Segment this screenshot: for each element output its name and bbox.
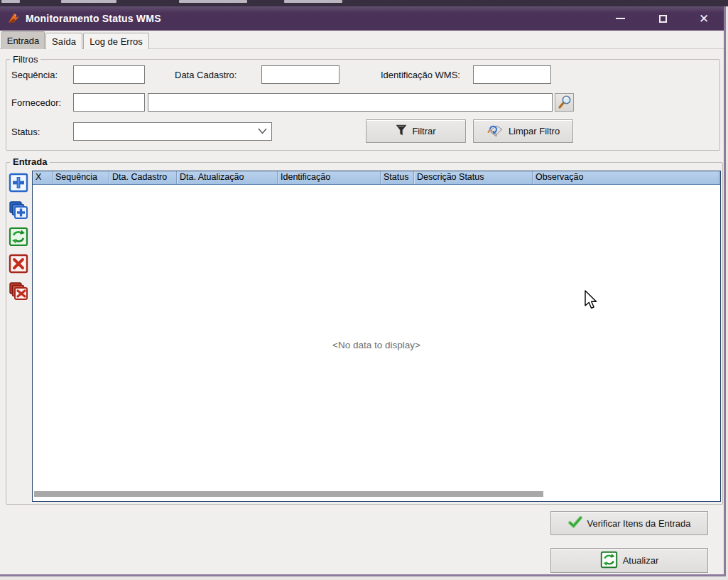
add-row-button[interactable] <box>8 173 29 194</box>
status-label: Status: <box>11 127 40 137</box>
background-window-strip <box>0 0 728 6</box>
clipped-menu-fragment <box>1 0 20 3</box>
filters-group-label: Filtros <box>10 54 40 65</box>
recycle-icon <box>600 551 618 571</box>
limpar-filtro-button[interactable]: Limpar Filtro <box>473 119 573 143</box>
identificacao-wms-label: Identificação WMS: <box>381 70 460 80</box>
column-header-x[interactable]: X <box>33 171 53 184</box>
column-header-identifica-o[interactable]: Identificação <box>278 171 381 184</box>
tab-label: Log de Erros <box>89 36 142 47</box>
add-multiple-icon <box>9 200 28 222</box>
close-icon: ✕ <box>699 13 709 25</box>
tab-label: Entrada <box>7 36 40 46</box>
fornecedor-label: Fornecedor: <box>11 97 61 108</box>
delete-row-button[interactable] <box>8 254 29 275</box>
app-window: Monitoramento Status WMS ✕ Entrada Saída… <box>0 0 728 580</box>
window-border-right <box>724 6 726 576</box>
titlebar[interactable]: Monitoramento Status WMS ✕ <box>0 6 726 31</box>
status-select-value <box>74 123 271 127</box>
verificar-itens-button[interactable]: Verificar Itens da Entrada <box>550 511 708 535</box>
limpar-filtro-button-label: Limpar Filtro <box>509 126 560 136</box>
refresh-rows-button[interactable] <box>8 227 29 248</box>
minimize-icon <box>616 18 625 19</box>
clipped-menu-fragment <box>61 0 116 3</box>
filtrar-button-label: Filtrar <box>412 126 435 136</box>
horizontal-scrollbar-thumb[interactable] <box>34 491 543 497</box>
window-border-bottom <box>0 574 726 576</box>
funnel-icon <box>396 124 407 139</box>
magnifier-icon <box>558 95 572 111</box>
tab-saida[interactable]: Saída <box>45 33 82 49</box>
filtrar-button[interactable]: Filtrar <box>366 119 466 143</box>
delete-multiple-icon <box>9 281 28 303</box>
add-multiple-rows-button[interactable] <box>8 200 29 221</box>
green-check-icon <box>568 516 582 530</box>
minimize-button[interactable] <box>609 8 631 29</box>
clipped-menu-fragment <box>284 0 342 3</box>
grid-header: XSequênciaDta. CadastroDta. AtualizaçãoI… <box>33 171 720 185</box>
data-cadastro-input[interactable] <box>261 65 339 84</box>
column-header-sequ-ncia[interactable]: Sequência <box>53 171 109 184</box>
fornecedor-nome-input[interactable] <box>148 93 553 112</box>
sequencia-label: Sequência: <box>11 70 58 80</box>
verificar-itens-button-label: Verificar Itens da Entrada <box>587 518 691 529</box>
fornecedor-search-button[interactable] <box>555 93 574 112</box>
data-cadastro-label: Data Cadastro: <box>175 70 237 80</box>
entrada-grid: XSequênciaDta. CadastroDta. AtualizaçãoI… <box>32 171 721 502</box>
add-icon <box>9 173 28 195</box>
tab-entrada[interactable]: Entrada <box>1 31 45 49</box>
tab-label: Saída <box>52 36 76 47</box>
column-header-dta-cadastro[interactable]: Dta. Cadastro <box>109 171 177 184</box>
identificacao-wms-input[interactable] <box>473 65 551 84</box>
column-header-status[interactable]: Status <box>381 171 414 184</box>
delete-icon <box>9 254 28 276</box>
entrada-group-label: Entrada <box>10 156 50 167</box>
maximize-icon <box>659 15 667 23</box>
column-header-observa-o[interactable]: Observação <box>533 171 719 184</box>
atualizar-button[interactable]: Atualizar <box>550 548 708 573</box>
atualizar-button-label: Atualizar <box>623 555 659 566</box>
refresh-icon <box>9 227 28 249</box>
chevron-down-icon <box>258 128 267 134</box>
status-select[interactable] <box>73 122 272 141</box>
clipped-menu-fragment <box>179 0 247 3</box>
fornecedor-codigo-input[interactable] <box>73 93 145 112</box>
eraser-icon <box>487 123 504 139</box>
column-header-dta-atualiza-o[interactable]: Dta. Atualização <box>177 171 278 184</box>
window-title: Monitoramento Status WMS <box>26 6 161 31</box>
close-button[interactable]: ✕ <box>692 8 715 29</box>
app-logo-icon <box>8 12 20 24</box>
delete-multiple-rows-button[interactable] <box>8 281 29 302</box>
grid-empty-message: <No data to display> <box>33 340 720 350</box>
maximize-button[interactable] <box>651 8 674 29</box>
tab-log-de-erros[interactable]: Log de Erros <box>83 33 149 49</box>
column-header-descri-o-status[interactable]: Descrição Status <box>414 171 533 184</box>
sequencia-input[interactable] <box>73 65 145 84</box>
